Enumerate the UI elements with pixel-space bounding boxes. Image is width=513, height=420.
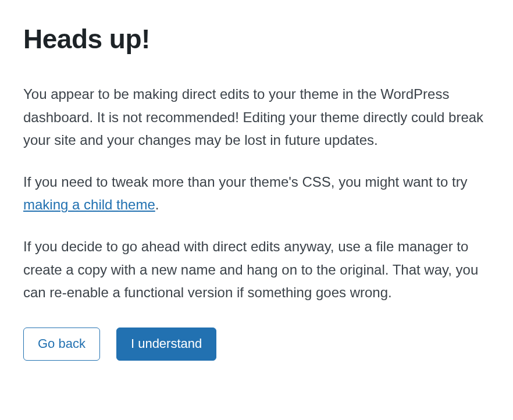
understand-button[interactable]: I understand — [116, 328, 216, 361]
warning-paragraph-1: You appear to be making direct edits to … — [23, 83, 490, 152]
warning-paragraph-3: If you decide to go ahead with direct ed… — [23, 235, 490, 304]
paragraph-2-text-before: If you need to tweak more than your them… — [23, 174, 468, 190]
warning-heading: Heads up! — [23, 23, 490, 55]
dialog-button-row: Go back I understand — [23, 328, 490, 361]
warning-paragraph-2: If you need to tweak more than your them… — [23, 170, 490, 216]
paragraph-2-text-after: . — [155, 197, 159, 212]
go-back-button[interactable]: Go back — [23, 328, 100, 361]
child-theme-link[interactable]: making a child theme — [23, 197, 155, 212]
